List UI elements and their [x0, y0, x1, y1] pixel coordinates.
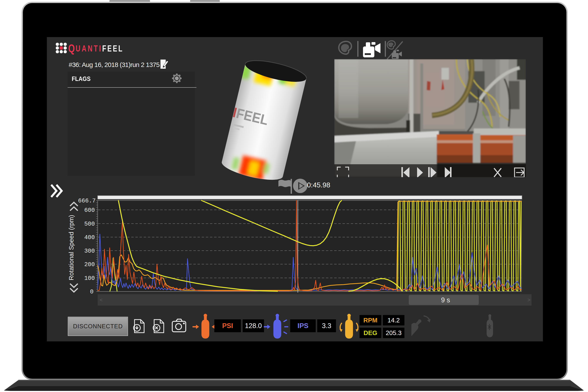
svg-text:9 s: 9 s [441, 296, 450, 304]
svg-text:>: > [527, 297, 531, 303]
svg-text:500: 500 [84, 221, 95, 227]
svg-text:200: 200 [84, 261, 95, 268]
svg-text:100: 100 [84, 275, 95, 282]
svg-text:<: < [100, 297, 103, 303]
svg-text:666.7: 666.7 [78, 198, 96, 204]
svg-text:300: 300 [84, 248, 95, 254]
svg-text:0: 0 [90, 288, 93, 295]
svg-text:600: 600 [84, 207, 95, 214]
svg-text:400: 400 [84, 234, 95, 241]
